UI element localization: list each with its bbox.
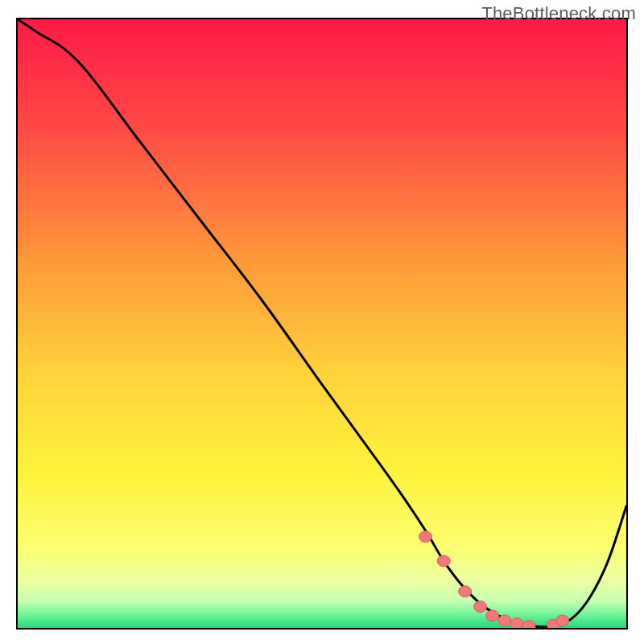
bottleneck-marker <box>522 621 535 628</box>
watermark-label: TheBottleneck.com <box>481 3 636 24</box>
bottleneck-marker <box>556 615 569 626</box>
bottleneck-marker <box>437 555 450 567</box>
chart-stage: TheBottleneck.com <box>0 0 644 644</box>
plot-area <box>16 18 628 630</box>
bottleneck-marker <box>459 586 472 597</box>
chart-svg <box>18 19 626 628</box>
bottleneck-marker <box>474 601 487 613</box>
bottleneck-marker <box>486 610 499 621</box>
bottleneck-marker <box>498 615 511 626</box>
bottleneck-marker <box>510 618 523 628</box>
bottleneck-marker <box>419 531 432 543</box>
gradient-background <box>18 19 626 628</box>
